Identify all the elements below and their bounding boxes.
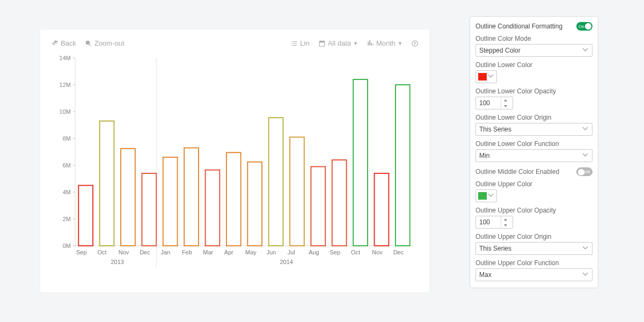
chevron-down-icon: [489, 193, 494, 199]
bar: [269, 118, 283, 246]
back-arrow-icon: [51, 40, 58, 47]
svg-text:Jul: Jul: [288, 249, 295, 255]
bar: [332, 160, 347, 246]
chevron-down-icon: [583, 48, 589, 53]
svg-text:May: May: [245, 249, 257, 255]
help-icon: [411, 40, 419, 47]
color-mode-label: Outline Color Mode: [475, 35, 592, 42]
granularity-selector[interactable]: Month ▼: [367, 39, 402, 47]
middle-color-toggle[interactable]: Off: [576, 167, 592, 176]
upper-color-select[interactable]: [475, 189, 497, 202]
svg-text:8M: 8M: [63, 135, 71, 142]
range-label: All data: [328, 39, 351, 47]
stepper-down[interactable]: [501, 103, 509, 109]
bar: [311, 167, 325, 246]
svg-text:2M: 2M: [63, 216, 71, 222]
svg-text:14M: 14M: [60, 55, 71, 61]
lower-opacity-input[interactable]: [475, 97, 513, 109]
upper-color-label: Outline Upper Color: [475, 180, 592, 188]
svg-text:Dec: Dec: [140, 249, 150, 255]
svg-text:Feb: Feb: [182, 249, 192, 255]
granularity-label: Month: [376, 39, 396, 47]
svg-text:Sep: Sep: [76, 249, 87, 255]
chevron-down-icon: [583, 127, 589, 132]
svg-text:Oct: Oct: [97, 249, 106, 255]
zoom-out-button[interactable]: Zoom-out: [85, 39, 125, 47]
lower-function-select[interactable]: Min: [475, 149, 592, 162]
stepper-up[interactable]: [501, 97, 509, 103]
bars-icon: [367, 40, 374, 47]
back-button[interactable]: Back: [51, 39, 76, 47]
bar: [100, 121, 114, 246]
svg-text:Mar: Mar: [203, 249, 213, 255]
svg-text:Oct: Oct: [351, 249, 360, 255]
bar: [206, 170, 220, 246]
color-mode-select[interactable]: Stepped Color: [475, 44, 592, 57]
upper-function-select[interactable]: Max: [475, 268, 592, 281]
panel-title: Outline Conditional Formatting: [475, 23, 562, 30]
bar: [247, 162, 262, 246]
upper-opacity-input[interactable]: [475, 216, 513, 229]
calendar-icon: [318, 40, 326, 47]
svg-text:Dec: Dec: [393, 249, 404, 255]
upper-color-swatch: [478, 192, 487, 200]
bar: [142, 173, 156, 246]
lower-opacity-label: Outline Lower Color Opacity: [475, 87, 592, 95]
bar: [184, 148, 199, 246]
settings-panel: Outline Conditional Formatting On Outlin…: [470, 16, 598, 288]
back-label: Back: [61, 39, 76, 47]
bar: [375, 173, 389, 246]
bar: [353, 79, 368, 246]
upper-origin-label: Outline Upper Color Origin: [475, 233, 592, 240]
svg-text:Jan: Jan: [161, 249, 171, 255]
svg-text:2014: 2014: [280, 259, 293, 265]
svg-text:Apr: Apr: [224, 249, 233, 255]
upper-opacity-label: Outline Upper Color Opacity: [475, 207, 592, 214]
help-button[interactable]: [411, 40, 419, 47]
svg-text:Nov: Nov: [119, 249, 129, 255]
scale-label: Lin: [300, 39, 309, 47]
bar: [290, 137, 304, 246]
middle-enabled-label: Outline Middle Color Enabled: [475, 168, 559, 175]
svg-text:Sep: Sep: [330, 249, 341, 255]
svg-text:Jun: Jun: [266, 249, 276, 255]
range-selector[interactable]: All data ▼: [318, 39, 358, 47]
svg-text:Aug: Aug: [309, 249, 319, 255]
chevron-down-icon: [583, 246, 589, 251]
svg-text:Nov: Nov: [372, 249, 383, 255]
conditional-formatting-toggle[interactable]: On: [576, 22, 592, 31]
svg-text:0M: 0M: [63, 243, 71, 249]
svg-text:2013: 2013: [111, 259, 124, 265]
chart-toolbar: Back Zoom-out Lin All data ▼ Month ▼: [51, 39, 419, 47]
chevron-down-icon: [583, 153, 589, 158]
chevron-down-icon: [583, 272, 589, 277]
lower-origin-label: Outline Lower Color Origin: [475, 114, 592, 121]
chevron-down-icon: [489, 74, 494, 79]
upper-opacity-field[interactable]: [476, 218, 501, 226]
lower-origin-select[interactable]: This Series: [475, 123, 592, 136]
scale-selector[interactable]: Lin: [290, 39, 309, 47]
zoom-out-label: Zoom-out: [94, 39, 125, 47]
lower-color-swatch: [478, 73, 487, 80]
zoom-out-icon: [85, 40, 92, 47]
svg-text:10M: 10M: [60, 108, 71, 115]
bar: [226, 152, 241, 246]
bar: [121, 149, 135, 246]
stepper-up[interactable]: [501, 216, 509, 222]
bar: [78, 186, 93, 246]
svg-text:6M: 6M: [63, 162, 71, 169]
stepper-down[interactable]: [501, 222, 509, 228]
list-icon: [290, 40, 298, 47]
lower-function-label: Outline Lower Color Function: [475, 140, 592, 148]
svg-text:12M: 12M: [60, 82, 71, 88]
bar: [163, 157, 178, 246]
lower-color-label: Outline Lower Color: [475, 61, 592, 69]
lower-opacity-field[interactable]: [476, 99, 501, 107]
upper-function-label: Outline Upper Color Function: [475, 259, 592, 267]
chart-area: 0M2M4M6M8M10M12M14MSepOctNovDecJanFebMar…: [51, 53, 419, 278]
bar: [396, 85, 410, 246]
upper-origin-select[interactable]: This Series: [475, 242, 592, 255]
lower-color-select[interactable]: [475, 70, 497, 83]
chart-card: Back Zoom-out Lin All data ▼ Month ▼: [40, 30, 429, 292]
svg-text:4M: 4M: [63, 189, 71, 195]
